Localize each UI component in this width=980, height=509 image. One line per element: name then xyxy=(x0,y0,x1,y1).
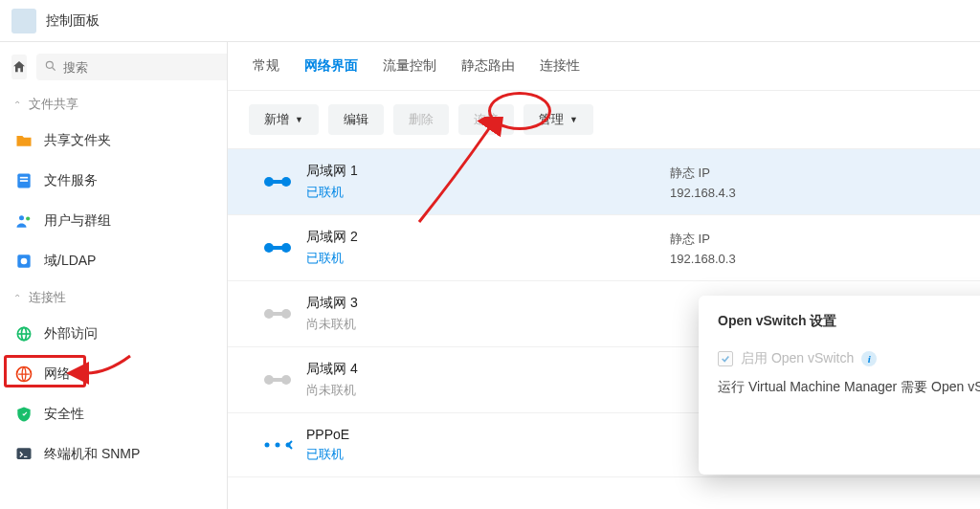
globe-icon xyxy=(13,323,34,344)
sidebar: ⌃ 文件共享 共享文件夹 文件服务 用户与群组 域/LDAP ⌃ 连接性 外部访… xyxy=(0,42,228,509)
network-row[interactable]: 局域网 1已联机静态 IP192.168.4.3 xyxy=(228,149,980,215)
search-input[interactable] xyxy=(63,60,224,75)
sidebar-item-external-access[interactable]: 外部访问 xyxy=(0,314,227,354)
network-status-icon xyxy=(249,238,306,257)
svg-rect-17 xyxy=(272,180,283,184)
tab-network-interface[interactable]: 网络界面 xyxy=(304,57,358,78)
edit-button[interactable]: 编辑 xyxy=(328,104,384,135)
shield-icon xyxy=(13,404,34,425)
tab-traffic-control[interactable]: 流量控制 xyxy=(383,57,436,78)
network-status-icon xyxy=(249,172,306,191)
tab-static-route[interactable]: 静态路由 xyxy=(461,57,515,78)
network-status-icon xyxy=(249,435,306,454)
svg-point-0 xyxy=(46,61,53,68)
network-status: 尚未联机 xyxy=(306,382,670,399)
svg-point-28 xyxy=(276,443,280,448)
add-button[interactable]: 新增▼ xyxy=(249,104,319,135)
manage-button[interactable]: 管理▼ xyxy=(523,104,593,135)
network-status: 已联机 xyxy=(306,446,670,463)
svg-rect-4 xyxy=(20,180,28,182)
file-service-icon xyxy=(13,170,34,191)
chevron-up-icon: ⌃ xyxy=(13,293,21,303)
network-ip: 192.168.4.3 xyxy=(670,186,959,200)
info-icon[interactable]: i xyxy=(861,351,877,366)
section-connectivity[interactable]: ⌃ 连接性 xyxy=(0,281,227,314)
ovs-dialog: Open vSwitch 设置 启用 Open vSwitch i 运行 Vir… xyxy=(699,296,980,475)
tab-general[interactable]: 常规 xyxy=(253,57,279,78)
checkbox-label: 启用 Open vSwitch xyxy=(741,350,854,367)
svg-line-1 xyxy=(53,67,56,70)
delete-button[interactable]: 删除 xyxy=(393,104,449,135)
svg-rect-20 xyxy=(272,246,283,250)
svg-point-27 xyxy=(265,443,270,448)
ldap-icon xyxy=(13,251,34,272)
sidebar-item-shared-folder[interactable]: 共享文件夹 xyxy=(0,121,227,161)
sidebar-item-domain-ldap[interactable]: 域/LDAP xyxy=(0,241,227,281)
network-name: 局域网 4 xyxy=(306,361,670,378)
network-status: 尚未联机 xyxy=(306,316,670,333)
dialog-description: 运行 Virtual Machine Manager 需要 Open vSwit… xyxy=(718,379,980,396)
chevron-down-icon: ▼ xyxy=(295,115,303,124)
sidebar-item-terminal-snmp[interactable]: 终端机和 SNMP xyxy=(0,434,227,475)
svg-rect-3 xyxy=(20,177,28,179)
home-button[interactable] xyxy=(11,55,27,79)
sidebar-item-file-services[interactable]: 文件服务 xyxy=(0,161,227,201)
home-icon xyxy=(11,59,27,75)
sidebar-item-users-groups[interactable]: 用户与群组 xyxy=(0,201,227,241)
network-ip-type: 静态 IP xyxy=(670,231,959,248)
enable-ovs-checkbox[interactable] xyxy=(718,351,733,366)
chevron-up-icon: ⌃ xyxy=(13,100,21,110)
dialog-title: Open vSwitch 设置 xyxy=(718,313,836,330)
network-status-icon xyxy=(249,370,306,389)
control-panel-icon xyxy=(11,9,36,33)
svg-rect-23 xyxy=(272,312,283,316)
search-box[interactable] xyxy=(36,54,228,80)
network-name: PPPoE xyxy=(306,427,670,442)
network-status-icon xyxy=(249,304,306,323)
tab-connectivity[interactable]: 连接性 xyxy=(540,57,580,78)
network-ip: 192.168.0.3 xyxy=(670,252,959,266)
svg-point-5 xyxy=(19,215,24,220)
svg-rect-13 xyxy=(17,448,32,459)
chevron-down-icon: ▼ xyxy=(569,115,578,124)
main-panel: 常规 网络界面 流量控制 静态路由 连接性 新增▼ 编辑 删除 连接 管理▼ 局… xyxy=(228,42,980,509)
check-icon xyxy=(721,354,730,364)
sidebar-item-network[interactable]: 网络 xyxy=(0,354,227,394)
window-title: 控制面板 xyxy=(46,12,100,30)
section-file-sharing[interactable]: ⌃ 文件共享 xyxy=(0,88,227,121)
connect-button[interactable]: 连接 xyxy=(458,104,514,135)
svg-point-6 xyxy=(26,216,30,220)
svg-rect-26 xyxy=(272,378,283,382)
network-name: 局域网 2 xyxy=(306,229,670,246)
terminal-icon xyxy=(13,444,34,465)
tabs: 常规 网络界面 流量控制 静态路由 连接性 xyxy=(228,42,980,91)
sidebar-item-security[interactable]: 安全性 xyxy=(0,394,227,434)
search-icon xyxy=(44,59,57,76)
users-icon xyxy=(13,210,34,232)
arrow-annotation xyxy=(0,350,138,392)
network-name: 局域网 1 xyxy=(306,163,670,180)
network-status: 已联机 xyxy=(306,184,670,201)
svg-point-8 xyxy=(21,258,28,265)
network-ip-type: 静态 IP xyxy=(670,165,959,182)
folder-icon xyxy=(13,130,34,151)
toolbar: 新增▼ 编辑 删除 连接 管理▼ xyxy=(228,91,980,148)
network-status: 已联机 xyxy=(306,250,670,267)
network-name: 局域网 3 xyxy=(306,295,670,312)
network-row[interactable]: 局域网 2已联机静态 IP192.168.0.3 xyxy=(228,215,980,281)
